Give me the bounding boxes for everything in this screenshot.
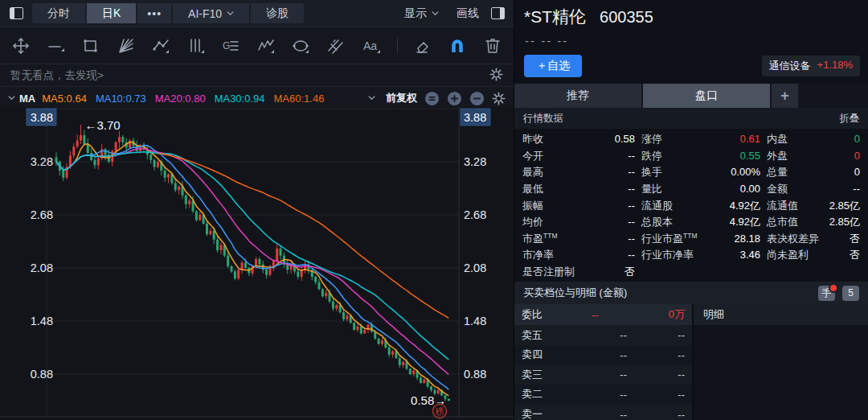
peak-price-annotation: ←3.70: [85, 118, 121, 132]
chart-panel: 分时 日K ••• AI-F10 诊股 显示 画线: [0, 0, 514, 420]
quote-cell: 均价--: [522, 215, 635, 229]
quote-row: 均价--总股本4.92亿总市值2.85亿: [522, 214, 860, 231]
ask-rows: 卖五----卖四----卖三----卖二----卖一----: [514, 325, 692, 420]
ask-level-row[interactable]: 卖五----: [514, 325, 692, 345]
tab-label: AI-F10: [188, 7, 222, 20]
tab-filler: [800, 84, 868, 108]
draw-label: 画线: [457, 6, 479, 21]
vertical-lines-tool-icon[interactable]: [186, 35, 205, 56]
quote-data-title: 行情数据: [523, 112, 563, 126]
collapse-button[interactable]: 折叠: [839, 112, 859, 126]
insight-settings-gear-icon[interactable]: [489, 68, 503, 84]
quote-cell: 表决权差异否: [767, 232, 860, 246]
app-window: 分时 日K ••• AI-F10 诊股 显示 画线: [0, 0, 868, 420]
eraser-tool-icon[interactable]: [413, 35, 432, 56]
zoom-in-button[interactable]: [447, 91, 462, 106]
orderbook-levels: 委比 -- 0万 卖五----卖四----卖三----卖二----卖一----: [514, 304, 692, 420]
insight-bar: 暂无看点，去发现>: [0, 64, 514, 87]
quote-panel: *ST精伦 600355 -- -- -- ＋自选 通信设备 +1.18% 推荐…: [514, 0, 868, 420]
tab-label: 日K: [102, 6, 121, 21]
quote-row: 市盈TTM--行业市盈TTM28.18表决权差异否: [522, 231, 860, 248]
rectangle-tool-icon[interactable]: [81, 35, 100, 56]
gann-grid-tool-icon[interactable]: G: [221, 35, 240, 56]
industry-change: +1.18%: [817, 59, 853, 73]
draw-line-menu[interactable]: 画线: [457, 6, 479, 21]
magnet-tool-icon[interactable]: [448, 35, 467, 56]
ask-level-row[interactable]: 卖四----: [514, 345, 692, 365]
ma30-line: [56, 152, 448, 360]
insight-link[interactable]: 暂无看点，去发现>: [10, 68, 104, 83]
zoom-out-button[interactable]: [469, 91, 485, 106]
hand-unit-button[interactable]: 手: [818, 286, 835, 301]
quote-cell: 振幅--: [522, 199, 635, 213]
quote-row: 昨收0.58涨停0.61内盘0: [522, 131, 860, 148]
y-axis-label: 1.48: [31, 315, 53, 327]
wave-tool-icon[interactable]: [256, 35, 275, 56]
ellipse-tool-icon[interactable]: [291, 35, 310, 56]
text-tool-icon[interactable]: Aa: [361, 35, 382, 56]
candlestick-chart[interactable]: ←3.700.58→榜3.883.883.283.282.682.682.082…: [0, 107, 514, 420]
collapse-left-panel-icon[interactable]: [6, 5, 26, 23]
industry-badge[interactable]: 通信设备 +1.18%: [762, 56, 860, 76]
tab-order-book[interactable]: 盘口: [643, 84, 770, 108]
level-label: 5: [848, 287, 854, 299]
reset-zoom-button[interactable]: [424, 91, 440, 106]
add-tab-button[interactable]: +: [772, 84, 798, 108]
ai-f10-button[interactable]: AI-F10: [173, 3, 249, 23]
svg-text:榜: 榜: [435, 406, 445, 417]
quote-row: 今开--跌停0.55外盘0: [522, 148, 860, 165]
ma60-line: [158, 153, 448, 318]
ask-level-row[interactable]: 卖一----: [514, 405, 692, 420]
gann-fan-tool-icon[interactable]: [116, 35, 135, 56]
quote-cell: 流通值2.85亿: [767, 199, 860, 213]
quote-cell: 金额--: [767, 182, 860, 196]
tab-time-sharing[interactable]: 分时: [32, 3, 85, 23]
quote-cell: 昨收0.58: [522, 132, 635, 146]
y-axis-label: 3.88: [464, 111, 486, 124]
expand-right-panel-icon[interactable]: [488, 5, 507, 23]
toolbar-divider: [397, 38, 398, 54]
display-menu[interactable]: 显示: [404, 6, 439, 21]
ma60-value: MA60:1.46: [274, 93, 325, 105]
y-axis-label: 1.48: [464, 315, 486, 327]
ma20-value: MA20:0.80: [155, 93, 206, 105]
stock-name: *ST精伦: [524, 6, 586, 28]
more-periods-button[interactable]: •••: [137, 3, 171, 23]
quote-cell: 行业市盈TTM28.18: [641, 232, 760, 246]
ma10-value: MA10:0.73: [96, 93, 146, 105]
tab-recommend[interactable]: 推荐: [514, 84, 641, 108]
pitchfork-tool-icon[interactable]: [326, 35, 345, 56]
y-axis-label: 3.28: [464, 155, 486, 168]
add-watchlist-button[interactable]: ＋自选: [524, 55, 582, 77]
trendline-tool-icon[interactable]: [46, 35, 65, 56]
five-level-button[interactable]: 5: [842, 286, 859, 301]
polyline-tool-icon[interactable]: [151, 35, 170, 56]
industry-name: 通信设备: [769, 59, 811, 73]
ma-collapse-chevron-icon[interactable]: [8, 96, 15, 101]
y-axis-label: 2.68: [464, 208, 486, 221]
tab-daily-k[interactable]: 日K: [87, 3, 136, 23]
ask-level-row[interactable]: 卖二----: [514, 385, 692, 405]
ask-level-row[interactable]: 卖三----: [514, 365, 692, 385]
adjust-dropdown-chevron-icon[interactable]: [368, 96, 375, 101]
ma30-value: MA30:0.94: [215, 93, 265, 105]
quote-cell: 今开--: [522, 149, 635, 163]
y-axis-label: 2.08: [31, 261, 53, 274]
trash-tool-icon[interactable]: [483, 35, 502, 56]
quote-cell: 跌停0.55: [641, 149, 760, 163]
diagnose-button[interactable]: 诊股: [251, 3, 304, 23]
quote-cell: 最高--: [522, 165, 635, 179]
y-axis-label: 2.08: [464, 261, 486, 274]
chevron-down-icon: [432, 11, 439, 16]
quote-cell: 总市值2.85亿: [767, 215, 860, 229]
adjust-mode-label[interactable]: 前复权: [386, 91, 417, 105]
tab-label: •••: [147, 7, 162, 20]
last-price-annotation: 0.58→: [411, 393, 446, 407]
y-axis-label: 3.88: [31, 111, 53, 124]
weibi-value: --: [555, 309, 635, 321]
quote-cell: 市盈TTM--: [522, 232, 635, 246]
weibi-amount: 0万: [635, 307, 685, 322]
chart-settings-gear-icon[interactable]: [492, 92, 506, 105]
svg-text:Aa: Aa: [363, 39, 377, 52]
move-tool-icon[interactable]: [11, 35, 31, 56]
